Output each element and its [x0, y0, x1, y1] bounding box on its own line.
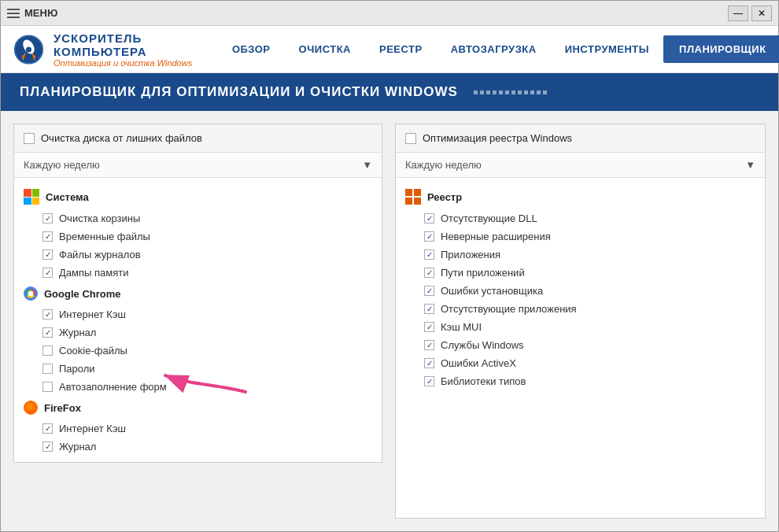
list-item[interactable]: Очистка корзины	[14, 209, 382, 227]
left-panel-title: Очистка диска от лишних файлов	[41, 132, 202, 144]
checkbox-ff-cache[interactable]	[42, 423, 53, 434]
list-item[interactable]: Временные файлы	[14, 227, 382, 246]
right-dropdown-value: Каждую неделю	[405, 159, 482, 171]
navbar: УСКОРИТЕЛЬ КОМПЬЮТЕРА Оптимизация и очис…	[1, 26, 778, 73]
list-item[interactable]: Файлы журналов	[14, 246, 382, 264]
checkbox-logfiles[interactable]	[42, 249, 53, 260]
page-header: ПЛАНИРОВЩИК ДЛЯ ОПТИМИЗАЦИИ И ОЧИСТКИ WI…	[1, 73, 778, 111]
checkbox-mui-cache[interactable]	[424, 322, 434, 332]
checkbox-app-paths[interactable]	[424, 268, 434, 278]
group-chrome: Google Chrome	[14, 282, 382, 305]
item-recycle-label: Очистка корзины	[59, 212, 140, 224]
left-panel: Очистка диска от лишних файлов Каждую не…	[13, 124, 382, 463]
list-item[interactable]: Службы Windows	[396, 336, 765, 354]
list-item[interactable]: Дампы памяти	[14, 264, 382, 282]
group-sistema-label: Система	[46, 191, 89, 203]
logo-text: УСКОРИТЕЛЬ КОМПЬЮТЕРА Оптимизация и очис…	[54, 31, 218, 68]
item-activex-label: Ошибки ActiveX	[441, 357, 516, 369]
list-item[interactable]: Отсутствующие приложения	[396, 300, 765, 318]
registry-icon	[405, 189, 421, 205]
item-apps-label: Приложения	[441, 249, 500, 260]
right-panel-dropdown[interactable]: Каждую неделю ▼	[396, 153, 765, 178]
list-item[interactable]: Ошибки ActiveX	[396, 354, 765, 372]
item-cookies-label: Cookie-файлы	[59, 345, 127, 357]
hamburger-icon[interactable]	[7, 9, 20, 18]
windows-icon	[24, 189, 39, 205]
list-item[interactable]: Журнал	[14, 438, 382, 456]
menu-label: МЕНЮ	[24, 7, 57, 19]
header-decoration	[474, 91, 547, 94]
left-panel-dropdown[interactable]: Каждую неделю ▼	[14, 153, 382, 178]
checkbox-missing-apps[interactable]	[424, 304, 434, 314]
list-item[interactable]: Кэш MUI	[396, 318, 765, 336]
list-item[interactable]: Приложения	[396, 246, 765, 264]
left-panel-checkbox[interactable]	[24, 133, 35, 144]
list-item[interactable]: Интернет Кэш	[14, 305, 382, 323]
nav-tools[interactable]: ИНСТРУМЕНТЫ	[551, 37, 663, 61]
right-panel-checkbox[interactable]	[405, 133, 416, 144]
item-dumps-label: Дампы памяти	[59, 267, 128, 279]
logo-subtitle: Оптимизация и очистка Windows	[54, 58, 218, 68]
list-item[interactable]: Cookie-файлы	[14, 342, 382, 360]
item-inet-cache-label: Интернет Кэш	[59, 308, 126, 320]
item-autofill-label: Автозаполнение форм	[59, 381, 167, 393]
titlebar-left: МЕНЮ	[7, 7, 57, 19]
minimize-button[interactable]: —	[728, 6, 748, 21]
checkbox-apps[interactable]	[424, 249, 434, 260]
nav-scheduler[interactable]: ПЛАНИРОВЩИК	[663, 35, 779, 63]
checkbox-autofill[interactable]	[42, 382, 53, 392]
list-item[interactable]: Пароли	[14, 360, 382, 378]
group-firefox: FireFox	[14, 396, 382, 419]
item-installer-errors-label: Ошибки установщика	[441, 285, 543, 297]
logo-icon	[13, 32, 44, 67]
titlebar: МЕНЮ — ✕	[1, 1, 778, 26]
checkbox-inet-cache[interactable]	[42, 309, 53, 320]
item-passwords-label: Пароли	[59, 363, 95, 375]
left-dropdown-value: Каждую неделю	[24, 159, 100, 171]
list-item[interactable]: Библиотеки типов	[396, 372, 765, 390]
checkbox-dumps[interactable]	[42, 268, 53, 278]
checkbox-ff-journal[interactable]	[42, 441, 53, 452]
list-item[interactable]: Автозаполнение форм	[14, 378, 382, 396]
close-button[interactable]: ✕	[751, 6, 772, 21]
checkbox-cookies[interactable]	[42, 345, 53, 356]
list-item[interactable]: Журнал	[14, 323, 382, 342]
checkbox-passwords[interactable]	[42, 364, 53, 374]
page-title: ПЛАНИРОВЩИК ДЛЯ ОПТИМИЗАЦИИ И ОЧИСТКИ WI…	[20, 84, 458, 100]
right-panel: Оптимизация реестра Windows Каждую недел…	[395, 124, 766, 519]
checkbox-activex[interactable]	[424, 358, 434, 368]
checkbox-win-services[interactable]	[424, 340, 434, 350]
group-sistema: Система	[14, 184, 382, 209]
checkbox-missing-dll[interactable]	[424, 213, 434, 224]
checkbox-wrong-ext[interactable]	[424, 231, 434, 242]
right-panel-header: Оптимизация реестра Windows	[396, 124, 765, 153]
nav-autostart[interactable]: АВТОЗАГРУЗКА	[437, 37, 551, 61]
main-content: Очистка диска от лишних файлов Каждую не…	[1, 111, 778, 531]
checkbox-journal[interactable]	[42, 327, 53, 338]
svg-point-2	[26, 46, 31, 52]
svg-rect-8	[405, 198, 412, 205]
nav-registry[interactable]: РЕЕСТР	[365, 37, 437, 61]
list-item[interactable]: Неверные расширения	[396, 227, 765, 246]
svg-rect-9	[414, 198, 421, 205]
item-ff-cache-label: Интернет Кэш	[59, 423, 126, 434]
nav-overview[interactable]: ОБЗОР	[218, 37, 285, 61]
item-tempfiles-label: Временные файлы	[59, 231, 150, 242]
item-missing-dll-label: Отсутствующие DLL	[441, 212, 537, 224]
nav-clean[interactable]: ОЧИСТКА	[285, 37, 365, 61]
checkbox-installer-errors[interactable]	[424, 286, 434, 296]
checkbox-tempfiles[interactable]	[42, 231, 53, 242]
list-item[interactable]: Пути приложений	[396, 264, 765, 282]
left-dropdown-arrow: ▼	[362, 159, 372, 171]
checkbox-type-libraries[interactable]	[424, 376, 434, 386]
checkbox-recycle[interactable]	[42, 213, 53, 224]
item-missing-apps-label: Отсутствующие приложения	[441, 303, 577, 315]
list-item[interactable]: Отсутствующие DLL	[396, 209, 765, 227]
svg-rect-6	[405, 189, 412, 196]
list-item[interactable]: Ошибки установщика	[396, 282, 765, 300]
item-app-paths-label: Пути приложений	[441, 267, 525, 279]
left-panel-list[interactable]: Система Очистка корзины Временные файлы …	[14, 178, 382, 462]
logo-title: УСКОРИТЕЛЬ КОМПЬЮТЕРА	[54, 31, 218, 58]
right-panel-list[interactable]: Реестр Отсутствующие DLL Неверные расшир…	[396, 178, 765, 518]
list-item[interactable]: Интернет Кэш	[14, 419, 382, 438]
